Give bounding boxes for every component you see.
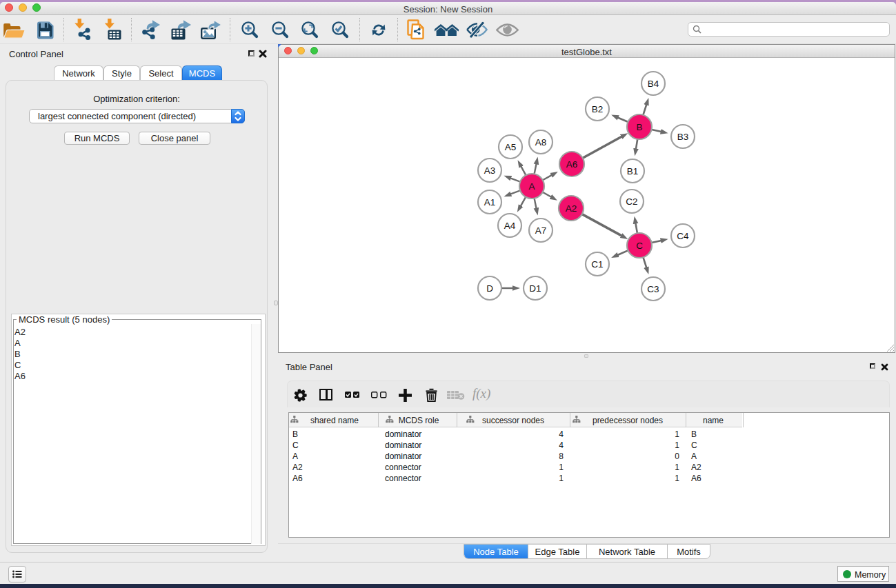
svg-text:A2: A2 (566, 203, 577, 214)
svg-text:B3: B3 (677, 132, 689, 142)
svg-text:D: D (486, 283, 493, 294)
svg-text:C: C (636, 241, 643, 251)
svg-text:A7: A7 (535, 225, 547, 236)
svg-text:D1: D1 (529, 283, 541, 294)
svg-text:A6: A6 (566, 159, 578, 170)
svg-text:A4: A4 (504, 221, 516, 231)
svg-text:A8: A8 (535, 137, 547, 148)
svg-text:C2: C2 (626, 196, 637, 207)
svg-text:B4: B4 (648, 79, 659, 89)
svg-text:A: A (528, 181, 535, 192)
svg-text:A1: A1 (484, 197, 496, 207)
svg-text:A3: A3 (484, 165, 496, 176)
svg-text:A5: A5 (505, 142, 517, 152)
svg-text:B: B (636, 122, 642, 132)
svg-text:C3: C3 (647, 284, 659, 294)
svg-text:C1: C1 (591, 259, 603, 270)
svg-text:B2: B2 (592, 104, 604, 114)
svg-text:B1: B1 (627, 166, 639, 176)
svg-text:C4: C4 (677, 231, 689, 241)
